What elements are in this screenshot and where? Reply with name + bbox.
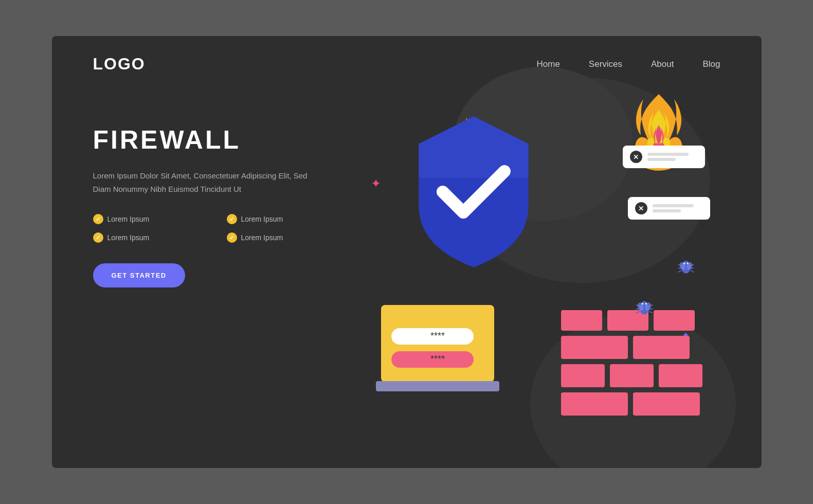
check-badge-4: ✓ bbox=[227, 232, 237, 243]
svg-rect-8 bbox=[633, 392, 700, 416]
svg-line-36 bbox=[690, 271, 694, 272]
checklist: ✓ Lorem Ipsum ✓ Lorem Ipsum ✓ Lorem Ipsu… bbox=[93, 214, 360, 243]
svg-rect-10 bbox=[610, 364, 654, 387]
svg-rect-7 bbox=[561, 392, 628, 416]
svg-rect-6 bbox=[376, 381, 499, 391]
error-icon-2: ✕ bbox=[635, 202, 647, 214]
check-label-3: Lorem Ipsum bbox=[107, 233, 150, 242]
error-line-2a bbox=[653, 204, 694, 207]
svg-rect-13 bbox=[633, 336, 690, 359]
error-x-icon-2: ✕ bbox=[638, 205, 644, 212]
error-lines-2 bbox=[653, 204, 694, 212]
hero-title: FIREWALL bbox=[93, 125, 360, 155]
laptop-illustration: **** **** bbox=[376, 300, 499, 403]
nav-item-services[interactable]: Services bbox=[589, 59, 622, 69]
check-badge-1: ✓ bbox=[93, 214, 103, 224]
get-started-button[interactable]: GET STARTED bbox=[93, 263, 185, 287]
nav-item-about[interactable]: About bbox=[651, 59, 674, 69]
check-badge-3: ✓ bbox=[93, 232, 103, 243]
nav-links: Home Services About Blog bbox=[536, 59, 720, 69]
check-icon-2: ✓ bbox=[229, 216, 234, 223]
svg-rect-12 bbox=[561, 336, 628, 359]
error-line-1a bbox=[647, 153, 689, 156]
check-item-4: ✓ Lorem Ipsum bbox=[227, 232, 360, 243]
svg-text:****: **** bbox=[430, 354, 444, 364]
error-line-1b bbox=[647, 158, 676, 161]
hero-description: Lorem Ipsum Dolor Sit Amet, Consectetuer… bbox=[93, 169, 309, 195]
nav-item-blog[interactable]: Blog bbox=[702, 59, 720, 69]
svg-rect-9 bbox=[561, 364, 605, 387]
nav-item-home[interactable]: Home bbox=[536, 59, 559, 69]
check-label-4: Lorem Ipsum bbox=[241, 233, 283, 242]
svg-rect-11 bbox=[659, 364, 702, 387]
left-panel: FIREWALL Lorem Ipsum Dolor Sit Amet, Con… bbox=[93, 104, 360, 287]
error-card-2: ✕ bbox=[628, 197, 710, 220]
svg-rect-16 bbox=[654, 310, 695, 331]
check-item-2: ✓ Lorem Ipsum bbox=[227, 214, 360, 224]
nav-link-home[interactable]: Home bbox=[536, 59, 559, 69]
error-line-2b bbox=[653, 209, 681, 212]
check-badge-2: ✓ bbox=[227, 214, 237, 224]
check-icon-4: ✓ bbox=[229, 235, 234, 241]
error-x-icon-1: ✕ bbox=[633, 153, 639, 161]
error-card-1: ✕ bbox=[623, 146, 705, 168]
svg-line-21 bbox=[636, 311, 639, 313]
navbar: LOGO Home Services About Blog bbox=[52, 36, 762, 74]
svg-line-24 bbox=[649, 311, 653, 313]
bug-icon-2 bbox=[677, 258, 695, 279]
error-lines-1 bbox=[647, 153, 689, 161]
main-content: FIREWALL Lorem Ipsum Dolor Sit Amet, Con… bbox=[52, 74, 762, 434]
shield-icon bbox=[402, 110, 546, 274]
error-icon-1: ✕ bbox=[630, 151, 642, 163]
check-item-3: ✓ Lorem Ipsum bbox=[93, 232, 227, 243]
check-icon-1: ✓ bbox=[96, 216, 100, 223]
svg-rect-14 bbox=[561, 310, 602, 331]
nav-link-blog[interactable]: Blog bbox=[702, 59, 720, 69]
check-icon-3: ✓ bbox=[96, 235, 100, 241]
brick-wall bbox=[561, 305, 705, 418]
check-item-1: ✓ Lorem Ipsum bbox=[93, 214, 227, 224]
svg-text:****: **** bbox=[430, 331, 444, 341]
nav-link-about[interactable]: About bbox=[651, 59, 674, 69]
page-wrapper: LOGO Home Services About Blog FIREWALL L… bbox=[52, 36, 762, 468]
sparkle-star-2: ✦ bbox=[371, 176, 381, 191]
logo: LOGO bbox=[93, 55, 146, 74]
check-label-1: Lorem Ipsum bbox=[107, 215, 150, 223]
bug-icon-1 bbox=[635, 298, 654, 320]
check-label-2: Lorem Ipsum bbox=[241, 215, 283, 223]
svg-line-33 bbox=[678, 271, 681, 272]
nav-link-services[interactable]: Services bbox=[589, 59, 622, 69]
illustration-panel: ✦ ✦ ✦ bbox=[360, 104, 720, 434]
